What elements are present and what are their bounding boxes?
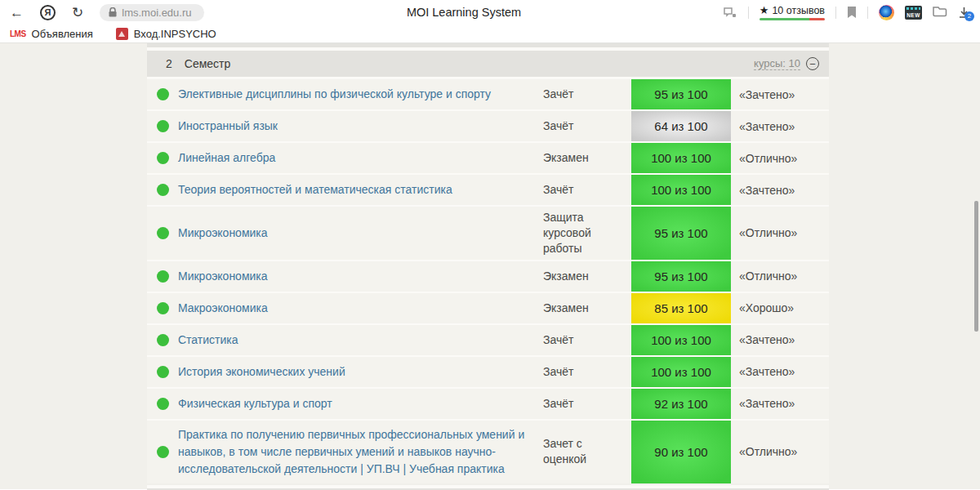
course-row: Физическая культура и спорт Зачёт 92 из …	[147, 389, 829, 419]
course-row: Теория вероятностей и математическая ста…	[147, 175, 829, 205]
bookmark-label: Вход.INPSYCHO	[134, 28, 216, 40]
status-cell	[147, 389, 178, 419]
course-name-link[interactable]: Элективные дисциплины по физической куль…	[178, 79, 543, 109]
course-status-dot	[157, 334, 169, 346]
collapse-section-icon[interactable]: −	[806, 57, 819, 70]
course-row: Статистика Зачёт 100 из 100 «Зачтено»	[147, 325, 829, 355]
assessment-type: Зачёт	[543, 325, 631, 355]
course-name-link[interactable]: Иностранный язык	[178, 111, 543, 141]
course-row: Линейная алгебра Экзамен 100 из 100 «Отл…	[147, 143, 829, 173]
yandex-browser-icon[interactable]: Я	[40, 5, 56, 20]
grade-label: «Отлично»	[731, 261, 829, 292]
score-badge: 100 из 100	[631, 325, 731, 355]
assessment-type: Зачёт	[543, 111, 631, 141]
course-status-dot	[157, 88, 169, 100]
star-icon: ★	[760, 4, 769, 16]
separator	[748, 7, 749, 19]
bookmark-label: Объявления	[32, 28, 93, 40]
score-badge: 95 из 100	[631, 207, 731, 260]
page-title: MOI Learning System	[204, 6, 724, 19]
grade-label: «Отлично»	[731, 207, 829, 260]
course-name-link[interactable]: Макроэкономика	[178, 293, 543, 323]
course-name-link[interactable]: Практика по получению первичных професси…	[178, 421, 543, 483]
course-status-dot	[157, 120, 169, 132]
status-cell	[147, 79, 178, 109]
course-status-dot	[157, 398, 169, 410]
course-name-link[interactable]: Теория вероятностей и математическая ста…	[178, 175, 543, 205]
status-cell	[147, 261, 178, 292]
downloads-icon[interactable]: 2	[958, 7, 970, 19]
grades-table: 2 Семестр курсы: 10 − Элективные дисципл…	[147, 43, 829, 490]
grade-label: «Зачтено»	[731, 79, 829, 109]
browser-toolbar: ← Я ↻ lms.moi.edu.ru MOI Learning System…	[0, 0, 980, 24]
vertical-scrollbar[interactable]	[974, 201, 978, 332]
semester-number: 2	[166, 57, 172, 70]
bookmarks-bar: LMS Объявления Вход.INPSYCHO	[0, 24, 980, 43]
status-cell	[147, 357, 178, 387]
course-status-dot	[157, 270, 169, 283]
refresh-icon[interactable]: ↻	[72, 6, 83, 20]
tab-groups-icon[interactable]	[933, 6, 947, 19]
protect-icon[interactable]	[724, 7, 737, 19]
bookmark-item-announcements[interactable]: LMS Объявления	[10, 28, 93, 40]
course-row: Элективные дисциплины по физической куль…	[147, 79, 829, 109]
status-cell	[147, 175, 178, 205]
new-extension-icon[interactable]: NEW	[905, 6, 922, 20]
grade-label: «Зачтено»	[731, 357, 829, 387]
url-text: lms.moi.edu.ru	[122, 7, 191, 19]
status-cell	[147, 325, 178, 355]
status-cell	[147, 111, 178, 141]
assessment-type: Зачёт	[543, 79, 631, 109]
assessment-type: Экзамен	[543, 293, 631, 323]
assessment-type: Зачёт	[543, 389, 631, 419]
assessment-type: Зачёт	[543, 175, 631, 205]
course-name-link[interactable]: Микроэкономика	[178, 261, 543, 292]
course-row: Микроэкономика Защита курсовой работы 95…	[147, 207, 829, 260]
assessment-type: Экзамен	[543, 143, 631, 173]
extension-browser-icon[interactable]	[879, 5, 894, 20]
course-status-dot	[157, 152, 169, 164]
score-badge: 92 из 100	[631, 389, 731, 419]
score-badge: 100 из 100	[631, 143, 731, 173]
course-name-link[interactable]: Статистика	[178, 325, 543, 355]
bookmark-item-inpsycho[interactable]: Вход.INPSYCHO	[116, 28, 216, 40]
back-icon[interactable]: ←	[10, 6, 24, 20]
semester-2-header: 2 Семестр курсы: 10 −	[147, 51, 829, 77]
separator	[867, 7, 868, 19]
courses-count-link[interactable]: курсы: 10	[754, 57, 800, 70]
course-status-dot	[157, 302, 169, 314]
assessment-type: Экзамен	[543, 261, 631, 292]
grade-label: «Зачтено»	[731, 175, 829, 205]
reviews-widget[interactable]: ★ 10 отзывов	[760, 4, 825, 20]
course-rows: Элективные дисциплины по физической куль…	[147, 79, 829, 483]
assessment-type: Зачет с оценкой	[543, 421, 631, 483]
grade-label: «Отлично»	[731, 143, 829, 173]
downloads-count-badge: 2	[964, 11, 974, 21]
score-badge: 85 из 100	[631, 293, 731, 323]
inpsycho-favicon	[116, 28, 128, 40]
course-status-dot	[157, 446, 169, 458]
score-badge: 64 из 100	[631, 111, 731, 141]
assessment-type: Защита курсовой работы	[543, 207, 631, 260]
bookmark-icon[interactable]	[847, 7, 857, 19]
status-cell	[147, 293, 178, 323]
lms-favicon: LMS	[10, 29, 26, 38]
address-bar[interactable]: lms.moi.edu.ru	[100, 4, 204, 21]
grade-label: «Зачтено»	[731, 325, 829, 355]
course-name-link[interactable]: Микроэкономика	[178, 207, 543, 260]
course-name-link[interactable]: История экономических учений	[178, 357, 543, 387]
status-cell	[147, 421, 178, 483]
score-badge: 100 из 100	[631, 175, 731, 205]
course-name-link[interactable]: Линейная алгебра	[178, 143, 543, 173]
score-badge: 100 из 100	[631, 357, 731, 387]
assessment-type: Зачёт	[543, 357, 631, 387]
course-row: Макроэкономика Экзамен 85 из 100 «Хорошо…	[147, 293, 829, 323]
course-status-dot	[157, 366, 169, 378]
reviews-rating-bar	[760, 18, 825, 20]
score-badge: 90 из 100	[631, 421, 731, 483]
course-name-link[interactable]: Физическая культура и спорт	[178, 389, 543, 419]
separator	[835, 7, 836, 19]
reviews-count-label: 10 отзывов	[772, 5, 825, 16]
grade-label: «Отлично»	[731, 421, 829, 483]
course-row: История экономических учений Зачёт 100 и…	[147, 357, 829, 387]
